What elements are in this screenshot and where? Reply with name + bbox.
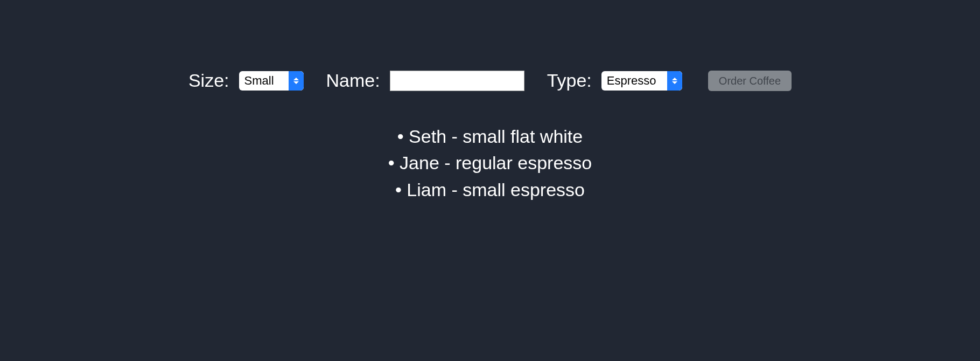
name-input[interactable] (390, 71, 524, 91)
size-label: Size: (188, 70, 229, 91)
order-coffee-button[interactable]: Order Coffee (708, 71, 792, 91)
list-item: Seth - small flat white (388, 123, 592, 150)
name-label: Name: (326, 70, 380, 91)
list-item: Liam - small espresso (388, 177, 592, 203)
type-select-wrap: Espresso (601, 71, 682, 91)
orders-list: Seth - small flat white Jane - regular e… (388, 123, 592, 203)
order-form-row: Size: Small Name: Type: Espresso Order C… (0, 70, 980, 91)
type-label: Type: (547, 70, 592, 91)
size-select[interactable]: Small (239, 71, 304, 91)
size-select-wrap: Small (239, 71, 304, 91)
orders-list-container: Seth - small flat white Jane - regular e… (0, 123, 980, 203)
list-item: Jane - regular espresso (388, 150, 592, 176)
type-select[interactable]: Espresso (601, 71, 682, 91)
